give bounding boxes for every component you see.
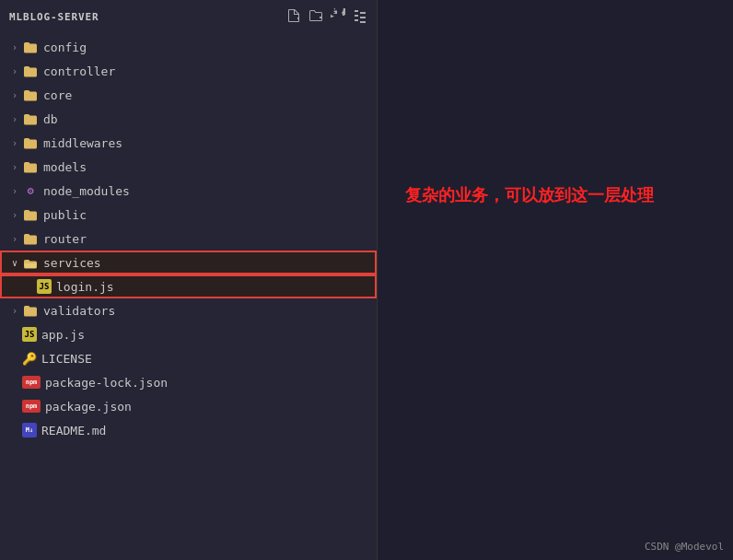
tree-item-login-js[interactable]: JS login.js [0, 274, 377, 298]
file-tree: › config › controller › core [0, 33, 377, 560]
header-icons [286, 8, 367, 26]
watermark: CSDN @Modevol [645, 541, 724, 553]
tree-item-app-js[interactable]: › JS app.js [0, 322, 377, 346]
folder-icon [22, 208, 39, 221]
md-icon: M↓ [22, 423, 37, 438]
folder-icon [22, 136, 39, 149]
tree-item-controller[interactable]: › controller [0, 59, 377, 83]
js-file-icon: JS [22, 327, 37, 342]
folder-icon [22, 304, 39, 317]
item-label: public [43, 208, 87, 222]
npm-icon: npm [22, 400, 41, 413]
arrow-icon: ∨ [7, 258, 22, 268]
item-label: login.js [56, 280, 114, 294]
folder-icon [22, 160, 39, 173]
tree-item-db[interactable]: › db [0, 107, 377, 131]
arrow-icon: › [7, 186, 22, 196]
arrow-icon: › [7, 42, 22, 52]
refresh-icon[interactable] [331, 8, 345, 26]
new-folder-icon[interactable] [308, 8, 323, 26]
app-container: MLBLOG-SERVER › [0, 0, 733, 560]
item-label: db [43, 112, 58, 126]
tree-item-core[interactable]: › core [0, 83, 377, 107]
tree-item-package-json[interactable]: › npm package.json [0, 394, 377, 418]
arrow-icon: › [7, 138, 22, 148]
tree-item-validators[interactable]: › validators [0, 298, 377, 322]
tree-item-models[interactable]: › models [0, 155, 377, 179]
arrow-icon: › [7, 66, 22, 76]
tree-item-node-modules[interactable]: › ⚙ node_modules [0, 179, 377, 203]
folder-icon [22, 232, 39, 245]
npm-icon: npm [22, 376, 41, 389]
tree-item-middlewares[interactable]: › middlewares [0, 131, 377, 155]
arrow-icon: › [7, 306, 22, 316]
arrow-icon: › [7, 90, 22, 100]
tree-item-router[interactable]: › router [0, 227, 377, 251]
tree-item-public[interactable]: › public [0, 203, 377, 227]
item-label: validators [43, 304, 115, 318]
license-icon: 🔑 [22, 351, 37, 366]
item-label: services [43, 256, 101, 270]
item-label: node_modules [43, 184, 130, 198]
sidebar-header: MLBLOG-SERVER [0, 0, 377, 33]
node-modules-icon: ⚙ [22, 184, 39, 197]
item-label: LICENSE [41, 352, 92, 366]
item-label: controller [43, 64, 115, 78]
tree-item-license[interactable]: › 🔑 LICENSE [0, 346, 377, 370]
annotation-text: 复杂的业务，可以放到这一层处理 [405, 184, 654, 206]
js-file-icon: JS [37, 279, 52, 294]
new-file-icon[interactable] [286, 8, 301, 26]
item-label: router [43, 232, 87, 246]
sidebar-title: MLBLOG-SERVER [9, 11, 99, 23]
folder-icon [22, 41, 39, 53]
arrow-icon: › [7, 210, 22, 220]
item-label: middlewares [43, 136, 122, 150]
sidebar: MLBLOG-SERVER › [0, 0, 378, 560]
item-label: core [43, 88, 72, 102]
item-label: package.json [45, 400, 132, 414]
arrow-icon: › [7, 114, 22, 124]
item-label: models [43, 160, 87, 174]
main-content: 复杂的业务，可以放到这一层处理 CSDN @Modevol [378, 0, 733, 560]
arrow-icon: › [7, 234, 22, 244]
folder-open-icon [22, 256, 39, 269]
tree-item-config[interactable]: › config [0, 35, 377, 59]
folder-icon [22, 64, 39, 77]
item-label: config [43, 41, 87, 54]
tree-item-services[interactable]: ∨ services [0, 251, 377, 274]
tree-item-package-lock[interactable]: › npm package-lock.json [0, 370, 377, 394]
folder-icon [22, 88, 39, 101]
tree-item-readme[interactable]: › M↓ README.md [0, 418, 377, 442]
item-label: package-lock.json [45, 376, 168, 390]
collapse-icon[interactable] [353, 8, 367, 26]
arrow-icon: › [7, 162, 22, 172]
folder-icon [22, 112, 39, 125]
item-label: README.md [41, 424, 106, 438]
item-label: app.js [41, 328, 85, 342]
